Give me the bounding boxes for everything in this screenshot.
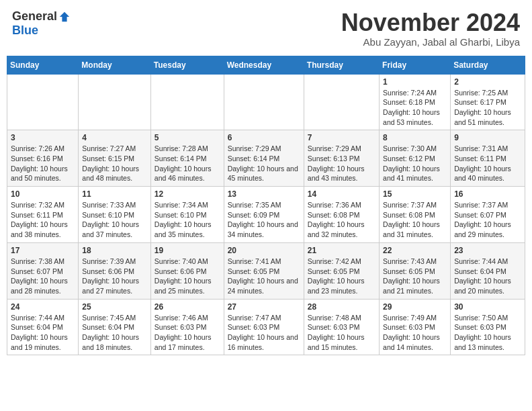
logo-general-text: General <box>12 9 57 24</box>
day-number: 5 <box>154 133 220 142</box>
cell-content-line: Sunset: 6:10 PM <box>82 210 146 220</box>
cell-content-line: Daylight: 10 hours and 31 minutes. <box>383 220 447 239</box>
calendar-cell: 11Sunrise: 7:33 AMSunset: 6:10 PMDayligh… <box>79 187 150 243</box>
day-number: 9 <box>454 133 521 142</box>
calendar-cell: 4Sunrise: 7:27 AMSunset: 6:15 PMDaylight… <box>79 130 150 187</box>
day-number: 8 <box>383 133 447 142</box>
cell-content-line: Sunset: 6:11 PM <box>11 210 75 220</box>
day-number: 23 <box>454 246 521 255</box>
cell-content-line: Sunrise: 7:24 AM <box>383 88 447 98</box>
calendar-cell: 24Sunrise: 7:44 AMSunset: 6:04 PMDayligh… <box>7 299 79 355</box>
cell-content-line: Daylight: 10 hours and 34 minutes. <box>228 220 300 239</box>
cell-content-line: Sunrise: 7:33 AM <box>82 200 146 210</box>
calendar-header-row: SundayMondayTuesdayWednesdayThursdayFrid… <box>7 56 525 74</box>
cell-content-line: Daylight: 10 hours and 32 minutes. <box>308 220 375 239</box>
cell-content-line: Sunset: 6:05 PM <box>383 267 447 277</box>
cell-content-line: Sunset: 6:05 PM <box>228 267 300 277</box>
cell-content-line: Daylight: 10 hours and 20 minutes. <box>454 276 521 295</box>
cell-content-line: Sunset: 6:03 PM <box>308 322 375 332</box>
cell-content-line: Daylight: 10 hours and 53 minutes. <box>383 107 447 127</box>
cell-content-line: Sunset: 6:07 PM <box>11 267 75 277</box>
title-block: November 2024 Abu Zayyan, Jabal al Gharb… <box>341 9 520 48</box>
day-number: 29 <box>383 302 447 312</box>
calendar-cell <box>79 74 150 130</box>
cell-content-line: Daylight: 10 hours and 28 minutes. <box>11 276 75 295</box>
cell-content-line: Sunset: 6:04 PM <box>82 322 146 332</box>
day-number: 2 <box>454 77 521 87</box>
cell-content-line: Sunrise: 7:30 AM <box>383 144 447 154</box>
day-number: 6 <box>228 133 300 142</box>
day-number: 26 <box>154 302 220 312</box>
cell-content-line: Sunset: 6:03 PM <box>154 322 220 332</box>
cell-content-line: Daylight: 10 hours and 13 minutes. <box>454 332 521 352</box>
calendar-cell <box>304 74 379 130</box>
cell-content-line: Sunset: 6:09 PM <box>228 210 300 220</box>
cell-content-line: Sunrise: 7:40 AM <box>154 257 220 267</box>
cell-content-line: Sunset: 6:07 PM <box>454 210 521 220</box>
calendar-cell <box>150 74 224 130</box>
cell-content-line: Sunrise: 7:28 AM <box>154 144 220 154</box>
cell-content-line: Daylight: 10 hours and 40 minutes. <box>454 164 521 183</box>
cell-content-line: Daylight: 10 hours and 18 minutes. <box>82 332 146 352</box>
cell-content-line: Sunset: 6:04 PM <box>11 322 75 332</box>
calendar-cell: 28Sunrise: 7:48 AMSunset: 6:03 PMDayligh… <box>304 299 379 355</box>
cell-content-line: Sunrise: 7:50 AM <box>454 313 521 323</box>
cell-content-line: Sunrise: 7:35 AM <box>228 200 300 210</box>
calendar-week-row: 10Sunrise: 7:32 AMSunset: 6:11 PMDayligh… <box>7 187 525 243</box>
cell-content-line: Sunrise: 7:44 AM <box>454 257 521 267</box>
cell-content-line: Sunrise: 7:47 AM <box>228 313 300 323</box>
cell-content-line: Sunrise: 7:37 AM <box>454 200 521 210</box>
day-number: 15 <box>383 189 447 199</box>
calendar-week-row: 3Sunrise: 7:26 AMSunset: 6:16 PMDaylight… <box>7 130 525 187</box>
calendar-week-row: 1Sunrise: 7:24 AMSunset: 6:18 PMDaylight… <box>7 74 525 130</box>
calendar-cell: 25Sunrise: 7:45 AMSunset: 6:04 PMDayligh… <box>79 299 150 355</box>
calendar-cell: 30Sunrise: 7:50 AMSunset: 6:03 PMDayligh… <box>451 299 525 355</box>
day-number: 17 <box>11 246 75 255</box>
cell-content-line: Sunset: 6:08 PM <box>308 210 375 220</box>
cell-content-line: Sunrise: 7:39 AM <box>82 257 146 267</box>
calendar-cell: 8Sunrise: 7:30 AMSunset: 6:12 PMDaylight… <box>380 130 451 187</box>
cell-content-line: Sunrise: 7:44 AM <box>11 313 75 323</box>
day-number: 22 <box>383 246 447 255</box>
calendar-cell: 14Sunrise: 7:36 AMSunset: 6:08 PMDayligh… <box>304 187 379 243</box>
calendar-table: SundayMondayTuesdayWednesdayThursdayFrid… <box>7 56 525 356</box>
cell-content-line: Daylight: 10 hours and 15 minutes. <box>308 332 375 352</box>
cell-content-line: Daylight: 10 hours and 16 minutes. <box>228 332 300 352</box>
cell-content-line: Daylight: 10 hours and 19 minutes. <box>11 332 75 352</box>
cell-content-line: Sunset: 6:11 PM <box>454 154 521 164</box>
calendar-cell: 6Sunrise: 7:29 AMSunset: 6:14 PMDaylight… <box>224 130 304 187</box>
cell-content-line: Sunrise: 7:48 AM <box>308 313 375 323</box>
cell-content-line: Sunrise: 7:31 AM <box>454 144 521 154</box>
calendar-cell: 7Sunrise: 7:29 AMSunset: 6:13 PMDaylight… <box>304 130 379 187</box>
calendar-cell: 16Sunrise: 7:37 AMSunset: 6:07 PMDayligh… <box>451 187 525 243</box>
cell-content-line: Sunrise: 7:42 AM <box>308 257 375 267</box>
calendar-cell: 9Sunrise: 7:31 AMSunset: 6:11 PMDaylight… <box>451 130 525 187</box>
day-number: 1 <box>383 77 447 87</box>
calendar-cell <box>7 74 79 130</box>
day-number: 18 <box>82 246 146 255</box>
cell-content-line: Sunrise: 7:45 AM <box>82 313 146 323</box>
cell-content-line: Sunrise: 7:27 AM <box>82 144 146 154</box>
day-number: 11 <box>82 189 146 199</box>
day-number: 19 <box>154 246 220 255</box>
cell-content-line: Sunset: 6:03 PM <box>454 322 521 332</box>
logo: General Blue <box>12 9 71 38</box>
day-number: 7 <box>308 133 375 142</box>
weekday-header-friday: Friday <box>380 56 451 74</box>
calendar-cell: 29Sunrise: 7:49 AMSunset: 6:03 PMDayligh… <box>380 299 451 355</box>
calendar-cell: 23Sunrise: 7:44 AMSunset: 6:04 PMDayligh… <box>451 242 525 299</box>
calendar-week-row: 17Sunrise: 7:38 AMSunset: 6:07 PMDayligh… <box>7 242 525 299</box>
cell-content-line: Sunset: 6:03 PM <box>383 322 447 332</box>
cell-content-line: Daylight: 10 hours and 29 minutes. <box>454 220 521 239</box>
cell-content-line: Sunrise: 7:25 AM <box>454 88 521 98</box>
cell-content-line: Sunset: 6:13 PM <box>308 154 375 164</box>
cell-content-line: Sunrise: 7:29 AM <box>308 144 375 154</box>
cell-content-line: Sunrise: 7:26 AM <box>11 144 75 154</box>
day-number: 24 <box>11 302 75 312</box>
calendar-cell: 2Sunrise: 7:25 AMSunset: 6:17 PMDaylight… <box>451 74 525 130</box>
cell-content-line: Daylight: 10 hours and 48 minutes. <box>82 164 146 183</box>
cell-content-line: Daylight: 10 hours and 50 minutes. <box>11 164 75 183</box>
cell-content-line: Daylight: 10 hours and 14 minutes. <box>383 332 447 352</box>
weekday-header-thursday: Thursday <box>304 56 379 74</box>
day-number: 12 <box>154 189 220 199</box>
